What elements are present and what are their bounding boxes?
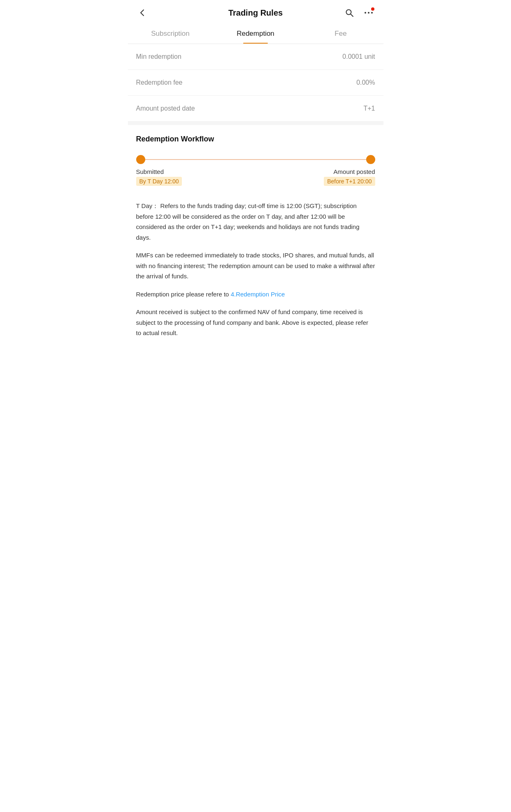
svg-point-4 (371, 12, 373, 14)
tabs-bar: Subscription Redemption Fee (128, 24, 383, 44)
svg-point-2 (365, 12, 366, 14)
page-title: Trading Rules (228, 8, 283, 18)
workflow-timeline (136, 155, 375, 164)
header-left (136, 7, 149, 19)
desc-price-text: Redemption price please refere to (136, 291, 231, 298)
timeline-item-submitted: Submitted By T Day 12:00 (136, 168, 182, 186)
notification-dot (371, 7, 374, 11)
search-button[interactable] (343, 7, 355, 19)
workflow-section: Redemption Workflow Submitted By T Day 1… (128, 125, 383, 194)
amount-posted-date-label: Amount posted date (136, 105, 195, 112)
desc-amount: Amount received is subject to the confir… (136, 307, 375, 338)
section-divider (128, 122, 383, 125)
header-right (343, 7, 375, 19)
desc-mmf: MMFs can be redeemed immediately to trad… (136, 250, 375, 282)
min-redemption-value: 0.0001 unit (342, 53, 375, 60)
back-button[interactable] (136, 7, 149, 19)
min-redemption-row: Min redemption 0.0001 unit (128, 44, 383, 70)
header: Trading Rules (128, 0, 383, 24)
more-button-wrap (362, 7, 375, 19)
timeline-labels: Submitted By T Day 12:00 Amount posted B… (136, 168, 375, 186)
submitted-status: Submitted (136, 168, 182, 175)
amount-posted-date-value: T+1 (363, 105, 375, 112)
min-redemption-label: Min redemption (136, 53, 181, 60)
timeline-item-posted: Amount posted Before T+1 20:00 (324, 168, 375, 186)
submitted-time: By T Day 12:00 (136, 177, 182, 186)
timeline-dot-end (366, 155, 375, 164)
tab-fee[interactable]: Fee (298, 24, 383, 44)
amount-posted-date-row: Amount posted date T+1 (128, 96, 383, 122)
tab-subscription[interactable]: Subscription (128, 24, 213, 44)
desc-tday: T Day： Refers to the funds trading day; … (136, 201, 375, 243)
desc-price: Redemption price please refere to 4.Rede… (136, 289, 375, 300)
timeline-dot-start (136, 155, 145, 164)
redemption-fee-value: 0.00% (356, 79, 375, 86)
svg-point-3 (368, 12, 369, 14)
timeline-dots (136, 155, 375, 164)
redemption-price-link[interactable]: 4.Redemption Price (231, 291, 285, 298)
svg-line-1 (351, 14, 353, 16)
redemption-fee-row: Redemption fee 0.00% (128, 70, 383, 96)
posted-time: Before T+1 20:00 (324, 177, 375, 186)
description-section: T Day： Refers to the funds trading day; … (128, 194, 383, 345)
workflow-title: Redemption Workflow (136, 135, 375, 143)
redemption-fee-label: Redemption fee (136, 79, 183, 86)
tab-redemption[interactable]: Redemption (213, 24, 298, 44)
posted-status: Amount posted (324, 168, 375, 175)
